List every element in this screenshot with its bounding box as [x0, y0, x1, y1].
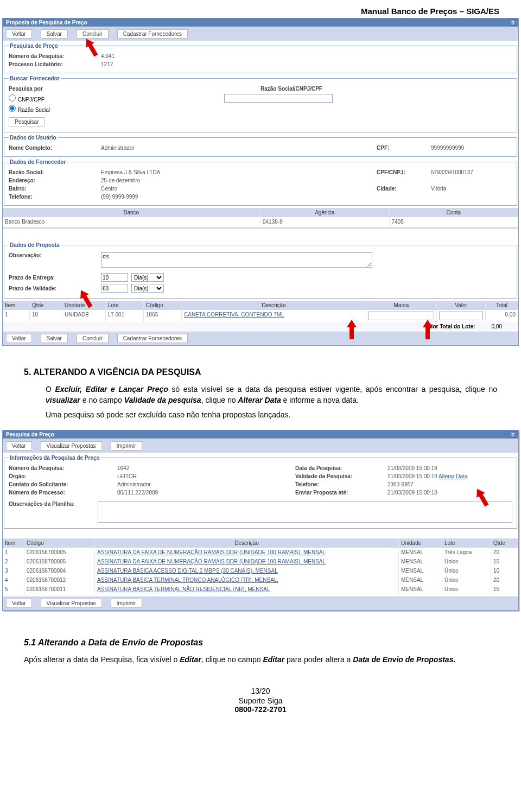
prazo-entrega-unit[interactable]: Dia(s) [131, 273, 164, 282]
panel-title-text-2: Pesquisa de Preço [6, 432, 54, 437]
col-marca: Marca [366, 301, 437, 310]
salvar-button[interactable]: Salvar [41, 29, 68, 39]
data-value-s2: 21/03/2009 15:00:18 [387, 465, 512, 471]
toolbar-top: Voltar Salvar Concluir Cadastrar Fornece… [3, 27, 518, 41]
nome-value: Administrador [101, 145, 377, 151]
razao-label: Razão Social: [9, 169, 101, 175]
section-51-title: 5.1 Alterando a Data de Envio de Propost… [24, 638, 513, 648]
screenshot-pesquisa-preco: Pesquisa de Preço ? Voltar Visualizar Pr… [2, 430, 519, 611]
group-info-pesquisa: Informações da Pesquisa de Preço Número … [4, 455, 517, 529]
valor-input[interactable] [439, 312, 483, 320]
section-5-para-2: Uma pesquisa só pode ser excluída caso n… [46, 409, 497, 420]
cell-total: 0,00 [486, 310, 518, 322]
section-5-title: 5. ALTERANDO A VIGÊNCIA DA PESQUISA [24, 367, 513, 377]
concluir-button-2[interactable]: Concluir [77, 334, 109, 343]
radio-razao-label: Razão Social [18, 107, 50, 113]
cell2-desc[interactable]: ASSINATURA DA FAIXA DE NUMERAÇÃO RAMAIS … [95, 548, 399, 557]
cell-unidade: UNIDADE [62, 310, 106, 322]
cell-codigo: 1065 [144, 310, 182, 322]
cell2-desc[interactable]: ASSINATURA BÁSICA TERMINAL NÃO RESIDENCI… [95, 585, 399, 594]
col-agencia: Agência [260, 208, 390, 217]
group-pesquisa-preco: Pesquisa de Preço Número da Pesquisa: 4.… [4, 43, 517, 73]
toolbar-s2-top: Voltar Visualizar Propostas Imprimir [3, 439, 518, 453]
cell2-desc[interactable]: ASSINATURA BÁSICA TERMINAL TRONCO ANALÓG… [95, 575, 399, 585]
imprimir-button-b[interactable]: Imprimir [111, 599, 142, 608]
nome-label: Nome Completo: [9, 145, 101, 151]
bairro-value: Centro [101, 186, 377, 192]
cell2-codigo: 0206158700005 [24, 548, 95, 557]
cell-qtde: 10 [30, 310, 62, 322]
nprocesso-value: 00/111.222/2009 [117, 490, 295, 496]
section-51-para: Após alterar a data da Pesquisa, fica vi… [24, 654, 497, 665]
cnpj-value: 57933341000137 [431, 169, 512, 175]
voltar-button-s2[interactable]: Voltar [6, 441, 32, 451]
salvar-button-2[interactable]: Salvar [41, 334, 68, 343]
help-icon-2[interactable]: ? [510, 431, 516, 437]
footer-line1: Suporte Siga [2, 696, 519, 705]
cadastrar-fornecedores-button-2[interactable]: Cadastrar Fornecedores [117, 334, 188, 343]
col-total: Total [486, 301, 518, 310]
cell2-lote: Único [442, 585, 491, 594]
cell2-desc[interactable]: ASSINATURA BÁSICA ACESSO DIGITAL 2 MBPS … [95, 566, 399, 575]
cell-conta: 7405 [390, 217, 519, 226]
group-buscar-fornecedor: Buscar Fornecedor Pesquisa por Razão Soc… [4, 75, 517, 132]
cell2-unidade: MENSAL [399, 575, 442, 585]
prazo-validade-input[interactable] [101, 284, 128, 293]
item-grid-row: 1 10 UNIDADE LT 001 1065 CANETA CORRETIV… [3, 310, 518, 322]
visualizar-propostas-button[interactable]: Visualizar Propostas [41, 441, 102, 451]
visualizar-propostas-button-b[interactable]: Visualizar Propostas [41, 599, 102, 608]
contato-value: Administrador [117, 481, 295, 487]
processo-value: 1212 [101, 61, 113, 67]
col-item: Item [3, 301, 30, 310]
col-banco: Banco [3, 208, 260, 217]
alterar-data-link[interactable]: Alterar Data [439, 473, 467, 479]
cell2-qtde: 15 [491, 557, 518, 566]
group-dados-usuario: Dados do Usuário Nome Completo: Administ… [4, 135, 517, 157]
toolbar-s2-bottom: Voltar Visualizar Propostas Imprimir [3, 596, 518, 610]
voltar-button[interactable]: Voltar [6, 29, 32, 39]
col-codigo: Código [144, 301, 182, 310]
enviar-label: Enviar Proposta até: [295, 490, 387, 496]
page-footer: 13/20 Suporte Siga 0800-722-2701 [2, 687, 519, 718]
obs-label: Observação: [9, 252, 101, 258]
total-value: 0,00 [492, 323, 502, 329]
obs-textarea[interactable]: ds [101, 252, 372, 268]
cell-item: 1 [3, 310, 30, 322]
cell2-lote: Único [442, 575, 491, 585]
cadastrar-fornecedores-button[interactable]: Cadastrar Fornecedores [117, 29, 188, 39]
panel-title-proposta: Proposta de Pesquisa de Preço ? [3, 18, 518, 27]
voltar-button-s2b[interactable]: Voltar [6, 599, 32, 608]
total-line: Valor Total do Lote: 0,00 [3, 322, 518, 331]
num-pesquisa-label: Número da Pesquisa: [9, 53, 101, 59]
pesquisar-button[interactable]: Pesquisar [9, 117, 45, 126]
cnpj-label: CPF/CNPJ: [377, 169, 431, 175]
cell2-codigo: 0206158700012 [24, 575, 95, 585]
help-icon[interactable]: ? [510, 19, 516, 26]
cell2-codigo: 0206158700011 [24, 585, 95, 594]
data-label-s2: Data da Pesquisa: [295, 465, 387, 471]
prazo-validade-unit[interactable]: Dia(s) [131, 284, 164, 293]
radio-cnpj[interactable]: CNPJ/CPF [9, 94, 45, 103]
toolbar-bottom: Voltar Salvar Concluir Cadastrar Fornece… [3, 331, 518, 345]
legend-proposta: Dados do Proposta [9, 242, 61, 248]
prazo-entrega-input[interactable] [101, 273, 128, 282]
razao-cnpj-input[interactable] [224, 94, 333, 103]
cell2-lote: Único [442, 557, 491, 566]
concluir-button[interactable]: Concluir [77, 29, 109, 39]
radio-razao[interactable]: Razão Social [9, 105, 50, 113]
marca-input[interactable] [368, 312, 434, 320]
cell2-item: 3 [3, 566, 24, 575]
cell2-desc[interactable]: ASSINATURA DA FAIXA DE NUMERAÇÃO RAMAIS … [95, 557, 399, 566]
table-row: 20206158700005ASSINATURA DA FAIXA DE NUM… [3, 557, 518, 566]
obs-planilha-box[interactable] [98, 501, 512, 523]
cidade-value: Vitória [431, 186, 512, 192]
col2-item: Item [3, 538, 24, 548]
validade-label: Validade da Pesquisa: [295, 473, 387, 479]
voltar-button-2[interactable]: Voltar [6, 334, 32, 343]
orgao-value: LEITOR [117, 473, 295, 479]
imprimir-button[interactable]: Imprimir [111, 441, 142, 451]
cell-desc[interactable]: CANETA CORRETIVA, CONTENDO 7ML [182, 310, 366, 322]
cell2-item: 4 [3, 575, 24, 585]
section-5-para-1: O Excluir, Editar e Lançar Preço só esta… [46, 384, 497, 406]
telefone-value-s2: 3383-6957 [387, 481, 512, 487]
